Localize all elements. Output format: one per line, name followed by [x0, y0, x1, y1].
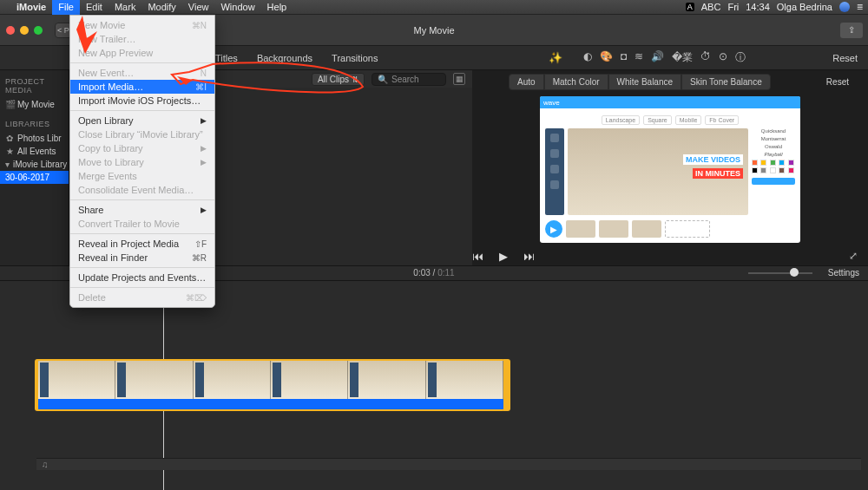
- mac-menubar: iMovie File Edit Mark Modify View Window…: [0, 0, 868, 15]
- zoom-icon[interactable]: [34, 26, 43, 35]
- traffic-lights[interactable]: [6, 26, 43, 35]
- preview-video: wave Landscape Square Mobile Fb Cover MA…: [540, 96, 800, 243]
- transport-bar: ⏮ ▶ ⏭ ⤢: [472, 246, 868, 265]
- settings-button[interactable]: Settings: [828, 268, 859, 278]
- tab-backgrounds[interactable]: Backgrounds: [257, 53, 312, 63]
- ctab-skin[interactable]: Skin Tone Balance: [681, 74, 771, 90]
- prev-button[interactable]: ⏮: [472, 250, 483, 263]
- star-icon: ★: [5, 147, 14, 156]
- mi-move-to: Move to Library▶: [70, 155, 214, 169]
- mi-delete: Delete⌘⌦: [70, 291, 214, 304]
- user-name[interactable]: Olga Bedrina: [777, 2, 832, 12]
- mi-convert: Convert Trailer to Movie: [70, 217, 214, 231]
- menu-help[interactable]: Help: [261, 0, 293, 15]
- sidebar-item-allevents[interactable]: ★All Events: [5, 145, 63, 158]
- sidebar-head-libraries: LIBRARIES: [5, 120, 63, 128]
- clip-handle-right[interactable]: [503, 359, 510, 411]
- mi-import-ios[interactable]: Import iMovie iOS Projects…: [70, 94, 214, 108]
- notification-center-icon[interactable]: ≡: [857, 1, 863, 13]
- reset-all-button[interactable]: Reset: [832, 53, 858, 63]
- menu-window[interactable]: Window: [214, 0, 260, 15]
- menu-edit[interactable]: Edit: [80, 0, 108, 15]
- window-title: My Movie: [413, 25, 454, 36]
- stabilize-icon[interactable]: ≋: [635, 50, 643, 65]
- fullscreen-icon[interactable]: ⤢: [849, 250, 858, 262]
- tab-titles[interactable]: Titles: [215, 53, 238, 63]
- color-balance-icon[interactable]: ◐: [583, 50, 592, 65]
- mi-open-library[interactable]: Open Library▶: [70, 114, 214, 127]
- library-sidebar: PROJECT MEDIA 🎬My Movie LIBRARIES ✿Photo…: [0, 70, 69, 265]
- search-input[interactable]: 🔍Search: [372, 73, 446, 86]
- photos-icon: ✿: [5, 134, 14, 143]
- mi-copy-to: Copy to Library▶: [70, 141, 214, 155]
- crop-icon[interactable]: ◘: [621, 50, 627, 65]
- clock-time: 14:34: [746, 2, 770, 12]
- clapboard-icon: 🎬: [5, 100, 14, 109]
- sidebar-item-imovielib[interactable]: ▾iMovie Library: [5, 158, 63, 171]
- user-avatar-icon[interactable]: [839, 2, 850, 12]
- thumbnail-options-icon[interactable]: ▦: [453, 73, 465, 85]
- music-track[interactable]: ♫: [36, 458, 861, 470]
- mi-update[interactable]: Update Projects and Events…: [70, 271, 214, 284]
- ctab-auto[interactable]: Auto: [509, 74, 544, 90]
- pv-canvas: MAKE VIDEOS IN MINUTES: [568, 128, 748, 215]
- close-icon[interactable]: [6, 26, 15, 35]
- pv-rightpanel: Quicksand Montserrat Oswald Playball: [752, 128, 795, 215]
- wave-brand: wave: [543, 99, 560, 107]
- input-source-label: ABC: [701, 2, 721, 12]
- color-reset-button[interactable]: Reset: [826, 77, 849, 87]
- menu-file[interactable]: File: [52, 0, 80, 15]
- mi-share[interactable]: Share▶: [70, 203, 214, 217]
- pv-caption-2: IN MINUTES: [693, 168, 743, 179]
- mi-reveal-finder[interactable]: Reveal in Finder⌘R: [70, 251, 214, 265]
- chevron-updown-icon: ⇅: [352, 75, 358, 84]
- mi-merge: Merge Events: [70, 169, 214, 183]
- sidebar-item-photos[interactable]: ✿Photos Libr: [5, 132, 63, 145]
- allclips-picker[interactable]: All Clips⇅: [312, 73, 365, 86]
- info-icon[interactable]: ⓘ: [735, 50, 746, 65]
- pv-caption-1: MAKE VIDEOS: [683, 154, 743, 165]
- ctab-white[interactable]: White Balance: [608, 74, 681, 90]
- input-source-badge[interactable]: A: [686, 3, 694, 11]
- volume-icon[interactable]: 🔊: [651, 50, 664, 65]
- minimize-icon[interactable]: [20, 26, 29, 35]
- menu-mark[interactable]: Mark: [108, 0, 141, 15]
- filter-icon[interactable]: ⊙: [719, 50, 727, 65]
- mi-new-app-preview: New App Preview: [70, 46, 214, 60]
- tab-transitions[interactable]: Transitions: [332, 53, 378, 63]
- mi-reveal-project[interactable]: Reveal in Project Media⇧F: [70, 237, 214, 251]
- menu-view[interactable]: View: [182, 0, 215, 15]
- color-correct-icon[interactable]: 🎨: [600, 50, 613, 65]
- timeline-clip[interactable]: [36, 359, 505, 411]
- play-button[interactable]: ▶: [499, 250, 508, 263]
- noise-icon[interactable]: �業: [672, 50, 693, 65]
- sidebar-item-mymovie[interactable]: 🎬My Movie: [5, 98, 63, 111]
- timeline[interactable]: ♫: [0, 281, 868, 490]
- menu-app[interactable]: iMovie: [10, 0, 52, 15]
- mi-import-media[interactable]: Import Media…⌘I: [70, 80, 214, 94]
- menu-modify[interactable]: Modify: [141, 0, 181, 15]
- file-menu-dropdown: New Movie⌘N New Trailer… New App Preview…: [69, 15, 215, 308]
- mi-consolidate: Consolidate Event Media…: [70, 183, 214, 197]
- chevron-down-icon: ▾: [5, 160, 10, 169]
- next-button[interactable]: ⏭: [523, 250, 535, 263]
- time-display: 0:03 / 0:11: [413, 268, 454, 278]
- clock-day: Fri: [727, 2, 739, 12]
- pv-tab-square: Square: [643, 115, 672, 125]
- speed-icon[interactable]: ⏱: [700, 50, 711, 65]
- pv-tab-mobile: Mobile: [675, 115, 702, 125]
- zoom-slider[interactable]: [748, 270, 812, 277]
- enhance-wand-icon[interactable]: ✨: [549, 51, 562, 64]
- sidebar-item-date[interactable]: 30-06-2017: [0, 171, 69, 184]
- mi-new-trailer: New Trailer…: [70, 32, 214, 46]
- mi-close-library: Close Library “iMovie Library”: [70, 127, 214, 141]
- share-button[interactable]: ⇪: [840, 23, 863, 38]
- pv-leftnav: [545, 128, 564, 215]
- sidebar-head-project: PROJECT MEDIA: [5, 77, 63, 95]
- mi-new-event: New Event…N: [70, 66, 214, 80]
- mi-new-movie: New Movie⌘N: [70, 18, 214, 32]
- ctab-match[interactable]: Match Color: [544, 74, 608, 90]
- pv-tab-landscape: Landscape: [602, 115, 640, 125]
- pv-play-icon: ▶: [545, 220, 562, 238]
- preview-pane: Auto Match Color White Balance Skin Tone…: [472, 70, 868, 265]
